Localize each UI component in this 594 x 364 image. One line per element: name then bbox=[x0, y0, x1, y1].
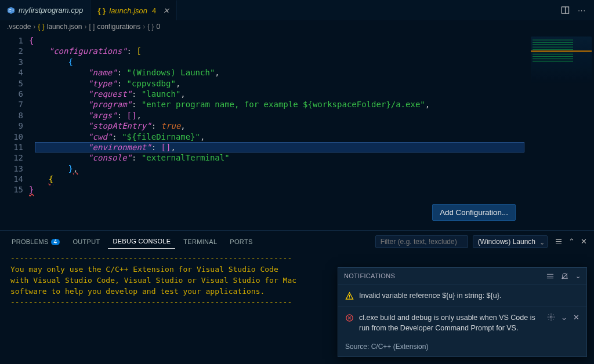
chevron-down-icon: ⌄ bbox=[539, 239, 545, 246]
code-editor[interactable]: 123456789101112131415 { "configurations"… bbox=[0, 33, 594, 230]
clear-console-icon[interactable] bbox=[555, 237, 563, 246]
hide-notifications-icon[interactable]: ⌄ bbox=[575, 272, 581, 280]
notifications-filter-icon[interactable] bbox=[546, 272, 554, 280]
launch-config-dropdown[interactable]: (Windows) Launch ⌄ bbox=[473, 235, 548, 248]
svg-rect-8 bbox=[547, 276, 553, 276]
svg-rect-9 bbox=[547, 278, 553, 278]
chevron-right-icon: › bbox=[143, 23, 145, 31]
notification-source: Source: C/C++ (Extension) bbox=[338, 339, 586, 356]
minimap[interactable] bbox=[531, 37, 592, 83]
svg-rect-11 bbox=[349, 294, 350, 297]
panel-tab-problems[interactable]: PROBLEMS4 bbox=[7, 235, 64, 249]
object-icon: { } bbox=[147, 23, 154, 31]
svg-text:C⁺: C⁺ bbox=[8, 8, 14, 12]
code-content[interactable]: { "configurations": [ { "name": "(Window… bbox=[29, 33, 594, 230]
breadcrumb[interactable]: .vscode › { } launch.json › [ ] configur… bbox=[0, 20, 594, 33]
notifications-title: NOTIFICATIONS bbox=[344, 272, 395, 279]
problems-count-badge: 4 bbox=[51, 239, 60, 245]
svg-rect-12 bbox=[349, 297, 350, 298]
cpp-icon: C⁺ bbox=[7, 6, 15, 14]
svg-rect-4 bbox=[556, 239, 562, 240]
array-icon: [ ] bbox=[89, 23, 95, 31]
panel-tab-output[interactable]: OUTPUT bbox=[68, 235, 104, 249]
svg-line-23 bbox=[549, 319, 549, 319]
tabs-right-actions: ··· bbox=[561, 0, 594, 20]
breadcrumb-segment[interactable]: configurations bbox=[97, 23, 140, 31]
panel-tabs: PROBLEMS4 OUTPUT DEBUG CONSOLE TERMINAL … bbox=[0, 231, 594, 249]
notification-text: Invalid variable reference ${u} in strin… bbox=[359, 291, 579, 301]
svg-line-24 bbox=[553, 315, 553, 315]
notification-text: cl.exe build and debug is only usable wh… bbox=[359, 313, 539, 333]
notifications-panel: NOTIFICATIONS ⌄ Invalid variable referen… bbox=[338, 267, 587, 358]
json-icon: { } bbox=[97, 6, 106, 14]
line-number-gutter: 123456789101112131415 bbox=[0, 33, 29, 230]
error-icon bbox=[345, 314, 354, 333]
panel-tab-debug-console[interactable]: DEBUG CONSOLE bbox=[108, 234, 175, 249]
close-icon[interactable]: ✕ bbox=[163, 6, 169, 15]
split-editor-icon[interactable] bbox=[561, 6, 570, 14]
notification-item-error: cl.exe build and debug is only usable wh… bbox=[338, 307, 586, 339]
close-notification-icon[interactable]: ✕ bbox=[573, 313, 579, 322]
chevron-right-icon: › bbox=[84, 23, 86, 31]
editor-tab-cpp[interactable]: C⁺ myfirstprogram.cpp bbox=[0, 0, 90, 20]
editor-tab-launch-json[interactable]: { } launch.json 4 ✕ bbox=[90, 0, 177, 20]
tab-problems-badge: 4 bbox=[152, 6, 156, 15]
notifications-header: NOTIFICATIONS ⌄ bbox=[338, 268, 586, 285]
panel-tab-terminal[interactable]: TERMINAL bbox=[179, 235, 222, 249]
close-panel-icon[interactable]: ✕ bbox=[581, 237, 587, 246]
collapse-panel-icon[interactable]: ⌃ bbox=[568, 237, 575, 246]
gear-icon[interactable] bbox=[547, 313, 555, 321]
notification-item-warning: Invalid variable reference ${u} in strin… bbox=[338, 285, 586, 307]
tab-label: launch.json bbox=[109, 6, 147, 15]
svg-rect-7 bbox=[547, 274, 553, 274]
tab-label: myfirstprogram.cpp bbox=[19, 6, 83, 14]
do-not-disturb-icon[interactable] bbox=[561, 272, 568, 280]
svg-rect-5 bbox=[556, 241, 562, 242]
dropdown-value: (Windows) Launch bbox=[478, 238, 535, 246]
more-actions-icon[interactable]: ··· bbox=[578, 6, 586, 14]
breadcrumb-segment[interactable]: .vscode bbox=[7, 23, 31, 31]
svg-line-22 bbox=[553, 319, 553, 319]
svg-line-21 bbox=[549, 315, 549, 315]
panel-tab-ports[interactable]: PORTS bbox=[225, 235, 257, 249]
add-configuration-button[interactable]: Add Configuration... bbox=[432, 204, 516, 221]
json-icon: { } bbox=[38, 23, 44, 31]
svg-point-16 bbox=[550, 316, 552, 318]
breadcrumb-segment[interactable]: 0 bbox=[157, 23, 161, 31]
breadcrumb-segment[interactable]: launch.json bbox=[47, 23, 82, 31]
svg-rect-6 bbox=[556, 243, 562, 243]
editor-tabs-bar: C⁺ myfirstprogram.cpp { } launch.json 4 … bbox=[0, 0, 594, 20]
collapse-notification-icon[interactable]: ⌄ bbox=[561, 313, 567, 322]
warning-icon bbox=[345, 292, 354, 301]
chevron-right-icon: › bbox=[33, 23, 35, 31]
debug-console-filter-input[interactable] bbox=[375, 235, 468, 248]
